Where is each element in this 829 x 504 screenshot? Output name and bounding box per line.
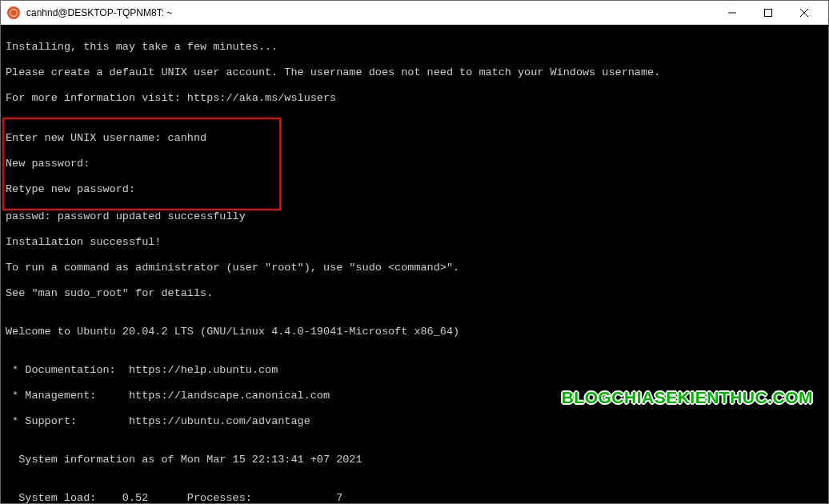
terminal-line: Welcome to Ubuntu 20.04.2 LTS (GNU/Linux… [6, 326, 823, 338]
terminal-line: New password: [6, 158, 278, 170]
terminal-line: See "man sudo_root" for details. [6, 287, 823, 300]
terminal-window: canhnd@DESKTOP-TQPNM8T: ~ Installing, th… [0, 0, 829, 504]
terminal-body[interactable]: Installing, this may take a few minutes.… [1, 25, 828, 503]
ubuntu-icon [7, 6, 20, 19]
close-button[interactable] [786, 1, 822, 25]
window-controls [714, 1, 822, 25]
watermark-text: BLOGCHIASEKIENTHUC.COM [562, 388, 813, 407]
terminal-line: * Support: https://ubuntu.com/advantage [6, 415, 823, 428]
terminal-line: For more information visit: https://aka.… [6, 92, 823, 105]
minimize-button[interactable] [714, 1, 750, 25]
terminal-line: passwd: password updated successfully [6, 210, 823, 223]
titlebar[interactable]: canhnd@DESKTOP-TQPNM8T: ~ [1, 1, 828, 25]
highlighted-section: Enter new UNIX username: canhnd New pass… [2, 118, 281, 210]
terminal-line: Installation successful! [6, 236, 823, 249]
svg-rect-1 [764, 9, 771, 16]
terminal-line: Installing, this may take a few minutes.… [6, 41, 823, 54]
terminal-line: Please create a default UNIX user accoun… [6, 66, 823, 79]
terminal-line: Retype new password: [6, 183, 278, 196]
terminal-line: Enter new UNIX username: canhnd [6, 132, 278, 145]
terminal-line: To run a command as administrator (user … [6, 262, 823, 274]
terminal-line: * Documentation: https://help.ubuntu.com [6, 364, 823, 377]
terminal-line: System load: 0.52 Processes: 7 [6, 492, 823, 503]
terminal-line: System information as of Mon Mar 15 22:1… [6, 454, 823, 466]
maximize-button[interactable] [750, 1, 786, 25]
window-title: canhnd@DESKTOP-TQPNM8T: ~ [26, 7, 714, 18]
